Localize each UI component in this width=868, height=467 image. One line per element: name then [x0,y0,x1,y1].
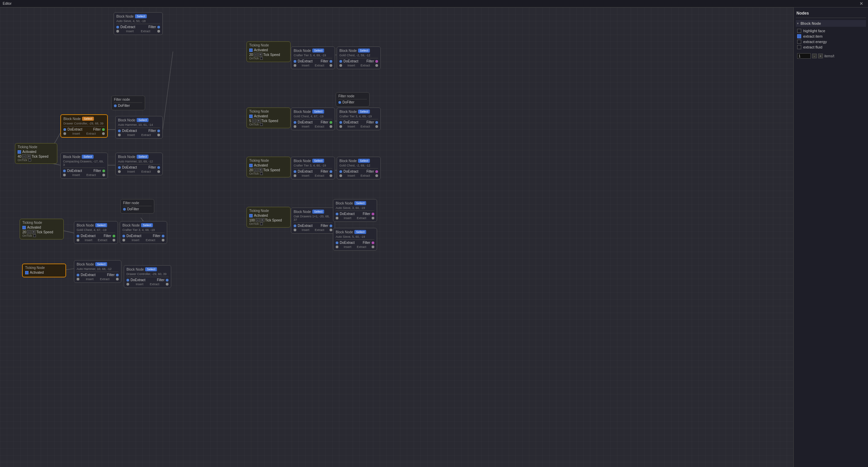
counter-input[interactable] [797,53,811,59]
ontick-row: OnTick [249,172,288,175]
select-button[interactable]: Select [95,223,107,227]
tick-minus[interactable]: - [252,119,256,123]
node-block-autosieve2[interactable]: Block Node Select Auto Sieve, 3, 60, -19… [333,199,377,222]
node-canvas[interactable]: Block Node Select Auto Sieve, 4, 50, -18… [0,7,793,467]
node-block-autosieve3[interactable]: Block Node Select Auto Sieve, 5, 60, -19… [333,228,377,251]
select-button[interactable]: Select [312,159,324,163]
select-button[interactable]: Select [135,14,147,18]
counter-plus[interactable]: + [818,54,823,58]
filter-label: Filter [149,129,156,133]
activated-checkbox[interactable] [249,48,253,52]
activated-checkbox[interactable] [18,150,21,154]
tick-minus[interactable]: - [22,154,26,158]
ontick-checkbox[interactable] [260,222,263,225]
extract-dot [118,166,121,169]
activated-checkbox[interactable] [249,164,253,167]
node-header: Block Node Select [118,155,160,159]
node-header: Ticking Node [249,159,288,162]
sidebar-item-extract-fluid[interactable]: extract fluid [796,44,866,50]
sidebar-item-extract-item[interactable]: extract item [796,34,866,39]
node-block-goldchest4[interactable]: Block Node Select Gold Chest, 4, 67, -19… [74,221,118,244]
node-header: Block Node Select [77,223,115,227]
ontick-checkbox[interactable] [260,57,263,60]
tick-plus[interactable]: + [260,218,264,222]
select-button[interactable]: Select [358,48,370,53]
extract-row: DoExtract Filter [339,59,378,63]
tick-minus[interactable]: - [27,230,31,234]
ontick-checkbox[interactable] [33,234,36,237]
titlebar-close[interactable]: ✕ [857,1,865,6]
highlight-face-checkbox[interactable] [797,29,801,33]
activated-checkbox[interactable] [22,226,26,229]
tick-minus[interactable]: - [254,168,258,172]
node-ticking-3[interactable]: Ticking Node Activated 5 - + Tick Speed … [246,108,291,128]
activated-checkbox[interactable] [249,214,253,217]
node-filter-3[interactable]: Filter node DoFilter [120,199,154,214]
extract-dot [294,121,296,124]
extract-energy-checkbox[interactable] [797,40,801,44]
node-block-drawerctrl2[interactable]: Block Node Select Drawer Controller, -29… [124,265,171,288]
select-button[interactable]: Select [137,155,149,159]
select-button[interactable]: Select [145,267,157,271]
activated-checkbox[interactable] [25,271,28,274]
node-header: Ticking Node [249,43,288,47]
select-button[interactable]: Select [82,155,94,159]
io-row: Insert Extract [63,173,105,177]
select-button[interactable]: Select [358,110,370,114]
extract-item-checkbox[interactable] [797,34,801,38]
select-button[interactable]: Select [354,230,366,234]
node-block-crafter3[interactable]: Block Node Select Crafter Tier 3, 4, 60,… [291,157,335,179]
node-block-drawerctrl[interactable]: Block Node Select Drawer Controller, -29… [60,114,108,138]
node-block-crafter2[interactable]: Block Node Select Crafter Tier 3, 4, 69,… [337,108,381,130]
select-button[interactable]: Select [82,117,94,121]
activated-checkbox[interactable] [249,115,253,118]
node-ticking-5[interactable]: Ticking Node Activated 20 - + Tick Speed… [20,219,64,239]
node-block-compacting[interactable]: Block Node Select Compacting Drawers, -1… [60,153,108,179]
node-block-autohammer1[interactable]: Block Node Select Auto Hammer, 10, 61, -… [115,116,163,139]
tick-minus[interactable]: - [254,53,258,57]
tick-plus[interactable]: + [32,230,36,234]
sidebar-item-extract-energy[interactable]: extract energy [796,39,866,44]
node-coords: Crafter Tier 3, 4, 69, -19 [339,115,378,118]
node-ticking-6[interactable]: Ticking Node Activated 100 - + Tick Spee… [246,207,291,228]
select-button[interactable]: Select [312,210,324,214]
node-block-crafter1[interactable]: Block Node Select Crafter Tier 3, 4, 69,… [291,46,335,69]
node-ticking-4[interactable]: Ticking Node Activated 20 - + Tick Speed… [246,157,291,177]
select-button[interactable]: Select [141,223,153,227]
extract-fluid-checkbox[interactable] [797,45,801,49]
activated-label: Activated [27,226,41,229]
node-type: Block Node [116,15,134,18]
select-button[interactable]: Select [95,262,107,266]
node-block-oakdrawers[interactable]: Block Node Select Oak Drawers 1×1, -20, … [291,208,335,234]
select-button[interactable]: Select [354,201,366,205]
node-block-goldchest3[interactable]: Block Node Select Gold Chest, -2, 69, -1… [337,157,381,179]
tick-val: 100 [249,218,255,222]
node-block-goldchest1[interactable]: Block Node Select Gold Chest, -2, 59, -1… [337,46,381,69]
ontick-checkbox[interactable] [260,172,263,175]
node-ticking-activated[interactable]: Ticking Node Activated [22,264,66,277]
node-filter-1[interactable]: Filter node DoFilter [111,96,145,110]
node-filter-2[interactable]: Filter node DoFilter [336,92,370,107]
node-block-crafter4[interactable]: Block Node Select Crafter Tier 3, 4, 68,… [120,221,167,244]
node-block-autohammer3[interactable]: Block Node Select Auto Hammer, 10, 68, -… [74,260,121,283]
node-ticking-1[interactable]: Ticking Node Activated 20 - + Tick Speed… [246,41,291,62]
node-block-goldchest2[interactable]: Block Node Select Gold Chest, 4, 67, -19… [291,108,335,130]
sidebar-item-highlight-face[interactable]: highlight face [796,28,866,34]
ontick-checkbox[interactable] [260,123,263,126]
select-button[interactable]: Select [137,118,149,122]
node-block-autohammer2[interactable]: Block Node Select Auto Hammer, 10, 69, -… [115,153,163,175]
node-ticking-2[interactable]: Ticking Node Activated 40 - + Tick Speed… [15,143,57,164]
node-type: Block Node [336,201,353,205]
ontick-checkbox[interactable] [28,159,31,161]
select-button[interactable]: Select [312,48,324,53]
tick-speed-label: Tick Speed [32,155,48,158]
select-button[interactable]: Select [312,110,324,114]
tick-plus[interactable]: + [257,119,261,123]
tick-plus[interactable]: + [27,154,31,158]
tick-plus[interactable]: + [258,168,262,172]
tick-minus[interactable]: - [256,218,260,222]
node-block-autosieve-top[interactable]: Block Node Select Auto Sieve, 4, 50, -18… [114,12,163,35]
counter-minus[interactable]: - [812,54,817,58]
select-button[interactable]: Select [358,159,370,163]
tick-plus[interactable]: + [258,53,262,57]
